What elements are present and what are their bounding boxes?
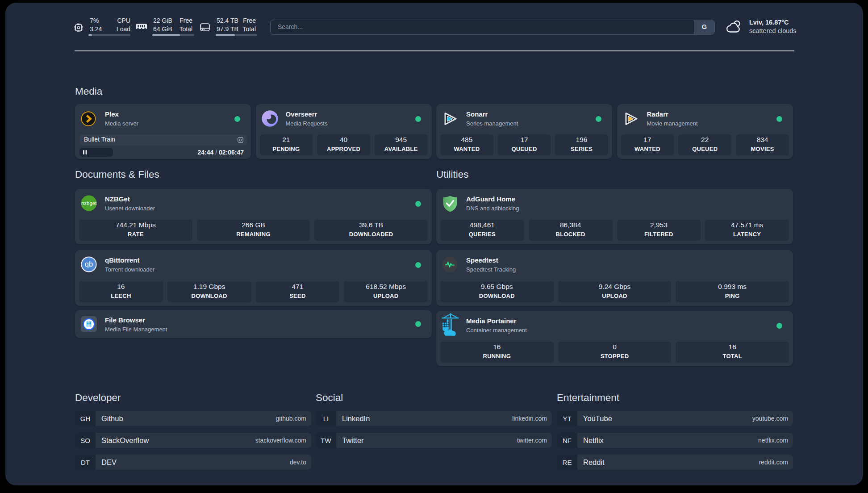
svg-text:qb: qb [85, 260, 93, 268]
svg-text:nzbget: nzbget [81, 201, 97, 206]
